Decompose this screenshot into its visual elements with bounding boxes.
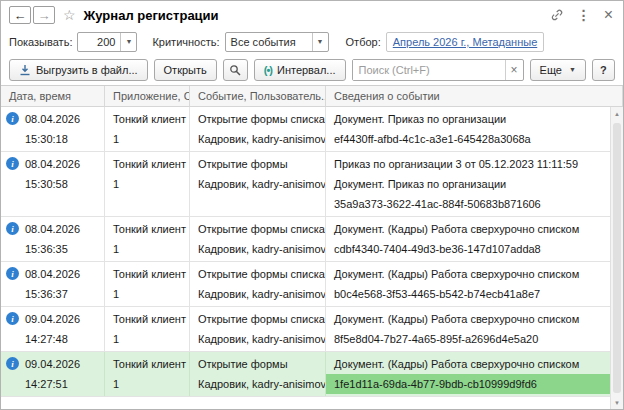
download-icon bbox=[19, 64, 31, 76]
cell-event-details: Документ. (Кадры) Работа сверхурочно спи… bbox=[326, 307, 610, 351]
scrollbar-thumb[interactable] bbox=[613, 123, 621, 393]
chevron-down-icon[interactable]: ▼ bbox=[120, 33, 136, 51]
cell-event-user: Открытие формыКадровик, kadry-anisimova bbox=[190, 152, 326, 216]
favorites-star-icon[interactable]: ☆ bbox=[63, 7, 76, 23]
cell-event-user: Открытие формы спискаКадровик, kadry-ani… bbox=[190, 307, 326, 351]
back-button[interactable]: ← bbox=[9, 6, 31, 24]
table-row[interactable]: i09.04.202614:27:48Тонкий клиент1Открыти… bbox=[1, 307, 610, 352]
export-to-file-label: Выгрузить в файл... bbox=[36, 64, 138, 76]
filter-bar: Показывать: 200 ▼ Критичность: Все событ… bbox=[1, 29, 623, 54]
scroll-up-icon[interactable]: ▲ bbox=[611, 107, 623, 120]
more-button[interactable]: Еще ▼ bbox=[530, 59, 586, 81]
cell-application-session: Тонкий клиент1 bbox=[105, 262, 190, 306]
table-row[interactable]: i08.04.202615:36:37Тонкий клиент1Открыти… bbox=[1, 262, 610, 307]
open-label: Открыть bbox=[164, 64, 207, 76]
search-magnifier-button[interactable] bbox=[223, 59, 248, 81]
titlebar-actions: ⋮ × bbox=[550, 6, 613, 24]
column-header-application-session[interactable]: Приложение, Се... bbox=[105, 86, 190, 106]
export-to-file-button[interactable]: Выгрузить в файл... bbox=[9, 59, 148, 81]
chevron-down-icon[interactable]: ▼ bbox=[312, 33, 328, 51]
cell-event-details: Приказ по организации 3 от 05.12.2023 11… bbox=[326, 152, 610, 216]
info-icon: i bbox=[6, 157, 19, 170]
event-log-table: Дата, время Приложение, Се... Событие, П… bbox=[1, 85, 623, 409]
magnifier-icon bbox=[229, 64, 241, 76]
info-icon: i bbox=[6, 312, 19, 325]
close-icon[interactable]: × bbox=[604, 6, 613, 24]
search-box: × bbox=[352, 59, 524, 81]
cell-date-time: i08.04.202615:36:37 bbox=[1, 262, 105, 306]
titlebar: ← → ☆ Журнал регистрации ⋮ × bbox=[1, 1, 623, 29]
filter-value-link[interactable]: Апрель 2026 г., Метаданные bbox=[386, 32, 545, 52]
cell-event-user: Открытие формы спискаКадровик, kadry-ani… bbox=[190, 262, 326, 306]
toolbar: Выгрузить в файл... Открыть (•) Интервал… bbox=[1, 54, 623, 85]
window-menu-icon[interactable]: ⋮ bbox=[577, 7, 591, 23]
cell-event-details: Документ. Приказ по организацииef4430ff-… bbox=[326, 107, 610, 151]
show-count-input[interactable]: 200 ▼ bbox=[77, 32, 137, 52]
interval-icon: (•) bbox=[264, 64, 272, 76]
criticality-label: Критичность: bbox=[152, 36, 219, 48]
get-link-icon[interactable] bbox=[550, 8, 564, 22]
filter-label: Отбор: bbox=[346, 36, 381, 48]
table-header: Дата, время Приложение, Се... Событие, П… bbox=[1, 86, 623, 107]
search-input[interactable] bbox=[353, 60, 505, 80]
cell-application-session: Тонкий клиент1 bbox=[105, 152, 190, 216]
open-button[interactable]: Открыть bbox=[154, 59, 217, 81]
forward-button[interactable]: → bbox=[33, 6, 55, 24]
vertical-scrollbar[interactable]: ▲ ▼ bbox=[610, 107, 623, 409]
clear-search-icon[interactable]: × bbox=[505, 60, 523, 80]
cell-date-time: i08.04.202615:30:58 bbox=[1, 152, 105, 216]
criticality-value: Все события bbox=[226, 33, 312, 51]
show-count-value: 200 bbox=[78, 33, 120, 51]
cell-event-details: Документ. (Кадры) Работа сверхурочно спи… bbox=[326, 217, 610, 261]
cell-application-session: Тонкий клиент1 bbox=[105, 217, 190, 261]
column-header-date-time[interactable]: Дата, время bbox=[1, 86, 105, 106]
cell-application-session: Тонкий клиент1 bbox=[105, 107, 190, 151]
cell-date-time: i08.04.202615:36:35 bbox=[1, 217, 105, 261]
cell-event-details: Документ. (Кадры) Работа сверхурочно спи… bbox=[326, 352, 610, 396]
cell-date-time: i09.04.202614:27:48 bbox=[1, 307, 105, 351]
interval-label: Интервал... bbox=[277, 64, 336, 76]
column-header-event-user[interactable]: Событие, Пользователь... bbox=[190, 86, 326, 106]
chevron-down-icon: ▼ bbox=[569, 66, 576, 73]
info-icon: i bbox=[6, 357, 19, 370]
log-table-body: i08.04.202615:30:18Тонкий клиент1Открыти… bbox=[1, 107, 610, 409]
criticality-select[interactable]: Все события ▼ bbox=[225, 32, 329, 52]
table-row[interactable]: i09.04.202614:27:51Тонкий клиент1Открыти… bbox=[1, 352, 610, 397]
help-label: ? bbox=[600, 64, 607, 76]
table-row[interactable]: i08.04.202615:30:18Тонкий клиент1Открыти… bbox=[1, 107, 610, 152]
column-header-event-details[interactable]: Сведения о событии bbox=[326, 86, 623, 106]
table-row[interactable]: i08.04.202615:30:58Тонкий клиент1Открыти… bbox=[1, 152, 610, 217]
table-row[interactable]: i08.04.202615:36:35Тонкий клиент1Открыти… bbox=[1, 217, 610, 262]
help-button[interactable]: ? bbox=[592, 59, 615, 81]
cell-application-session: Тонкий клиент1 bbox=[105, 307, 190, 351]
cell-event-details: Документ. (Кадры) Работа сверхурочно спи… bbox=[326, 262, 610, 306]
event-log-window: ← → ☆ Журнал регистрации ⋮ × Показывать:… bbox=[0, 0, 624, 410]
scroll-down-icon[interactable]: ▼ bbox=[611, 396, 623, 409]
cell-date-time: i09.04.202614:27:51 bbox=[1, 352, 105, 396]
more-label: Еще bbox=[540, 64, 562, 76]
show-label: Показывать: bbox=[9, 36, 72, 48]
cell-event-user: Открытие формы спискаКадровик, kadry-ani… bbox=[190, 107, 326, 151]
info-icon: i bbox=[6, 112, 19, 125]
cell-application-session: Тонкий клиент1 bbox=[105, 352, 190, 396]
cell-date-time: i08.04.202615:30:18 bbox=[1, 107, 105, 151]
cell-event-user: Открытие формыКадровик, kadry-anisimova bbox=[190, 352, 326, 396]
cell-event-user: Открытие формы спискаКадровик, kadry-ani… bbox=[190, 217, 326, 261]
info-icon: i bbox=[6, 267, 19, 280]
info-icon: i bbox=[6, 222, 19, 235]
page-title: Журнал регистрации bbox=[84, 8, 219, 23]
interval-button[interactable]: (•) Интервал... bbox=[254, 59, 346, 81]
